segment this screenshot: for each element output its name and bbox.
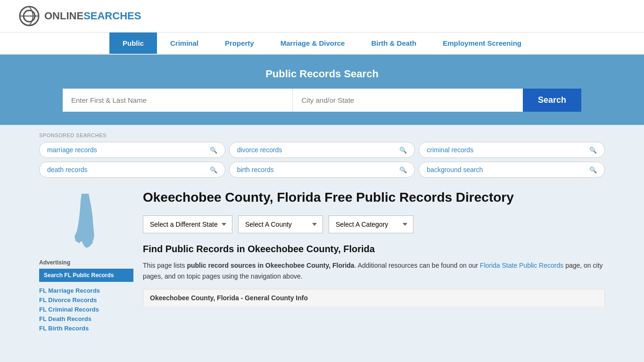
dropdowns-row: Select a Different State Select A County… [143, 215, 605, 233]
name-input[interactable] [63, 89, 293, 112]
county-info-bar: Okeechobee County, Florida - General Cou… [143, 289, 605, 306]
main-content: Okeechobee County, Florida Free Public R… [143, 189, 605, 334]
sponsored-tag-birth[interactable]: birth records 🔍 [229, 162, 415, 178]
category-dropdown[interactable]: Select A Category [329, 215, 413, 233]
main-nav: Public Criminal Property Marriage & Divo… [0, 33, 644, 55]
florida-map-svg [56, 189, 117, 250]
search-fl-button[interactable]: Search FL Public Records [39, 269, 133, 282]
nav-birth-death[interactable]: Birth & Death [358, 33, 429, 54]
location-input[interactable] [293, 89, 522, 112]
sidebar-link-criminal-anchor[interactable]: FL Criminal Records [39, 306, 99, 313]
sidebar-link-marriage[interactable]: FL Marriage Records [39, 287, 133, 294]
sponsored-tag-divorce-label: divorce records [237, 146, 282, 154]
logo-searches: SEARCHES [83, 10, 141, 22]
advertising-label: Advertising [39, 259, 133, 266]
search-banner-title: Public Records Search [19, 68, 625, 80]
sponsored-tag-birth-label: birth records [237, 166, 274, 173]
logo-online: ONLINE [44, 10, 83, 22]
search-icon: 🔍 [399, 166, 407, 173]
search-icon: 🔍 [210, 166, 217, 173]
sidebar-link-divorce[interactable]: FL Divorce Records [39, 296, 133, 304]
search-form: Search [63, 89, 581, 112]
description-text: This page lists public record sources in… [143, 260, 605, 281]
sidebar-link-criminal[interactable]: FL Criminal Records [39, 305, 133, 313]
content-area: SPONSORED SEARCHES marriage records 🔍 di… [30, 125, 614, 341]
sponsored-tag-divorce[interactable]: divorce records 🔍 [229, 142, 415, 158]
sponsored-tag-background[interactable]: background search 🔍 [419, 162, 605, 178]
page-content: Advertising Search FL Public Records FL … [39, 189, 605, 334]
page-title: Okeechobee County, Florida Free Public R… [143, 189, 605, 206]
sponsored-label: SPONSORED SEARCHES [39, 132, 605, 138]
description-bold: public record sources in Okeechobee Coun… [187, 262, 354, 269]
nav-property[interactable]: Property [212, 33, 267, 54]
nav-criminal[interactable]: Criminal [157, 33, 212, 54]
sponsored-tag-marriage-label: marriage records [47, 146, 97, 154]
sidebar-link-divorce-anchor[interactable]: FL Divorce Records [39, 296, 97, 304]
sponsored-tag-criminal-label: criminal records [427, 146, 473, 154]
nav-public[interactable]: Public [109, 33, 157, 54]
county-dropdown[interactable]: Select A County [238, 215, 323, 233]
sponsored-tag-background-label: background search [427, 166, 483, 173]
sponsored-tag-marriage[interactable]: marriage records 🔍 [39, 142, 225, 158]
logo-icon [19, 6, 40, 26]
search-button[interactable]: Search [523, 89, 581, 112]
search-icon: 🔍 [589, 147, 597, 154]
nav-marriage-divorce[interactable]: Marriage & Divorce [267, 33, 358, 54]
main-container: SPONSORED SEARCHES marriage records 🔍 di… [30, 125, 614, 341]
sidebar-link-marriage-anchor[interactable]: FL Marriage Records [39, 287, 100, 294]
search-banner: Public Records Search Search [0, 55, 644, 125]
nav-employment[interactable]: Employment Screening [429, 33, 535, 54]
search-icon: 🔍 [210, 147, 217, 154]
find-records-title: Find Public Records in Okeechobee County… [143, 244, 605, 255]
search-icon: 🔍 [399, 147, 407, 154]
logo[interactable]: ONLINESEARCHES [19, 6, 141, 26]
site-header: ONLINESEARCHES [0, 0, 644, 33]
florida-state-link[interactable]: Florida State Public Records [480, 262, 563, 269]
sidebar: Advertising Search FL Public Records FL … [39, 189, 133, 334]
sponsored-tag-death-label: death records [47, 166, 88, 173]
search-icon: 🔍 [589, 166, 597, 173]
state-map [39, 189, 133, 252]
sidebar-links: FL Marriage Records FL Divorce Records F… [39, 287, 133, 332]
sponsored-tag-death[interactable]: death records 🔍 [39, 162, 225, 178]
sidebar-link-birth-anchor[interactable]: FL Birth Records [39, 325, 89, 332]
sponsored-tag-criminal[interactable]: criminal records 🔍 [419, 142, 605, 158]
sidebar-link-birth[interactable]: FL Birth Records [39, 324, 133, 332]
sponsored-grid: marriage records 🔍 divorce records 🔍 cri… [39, 142, 605, 178]
sidebar-link-death-anchor[interactable]: FL Death Records [39, 315, 91, 322]
state-dropdown[interactable]: Select a Different State [143, 215, 232, 233]
sidebar-link-death[interactable]: FL Death Records [39, 315, 133, 322]
